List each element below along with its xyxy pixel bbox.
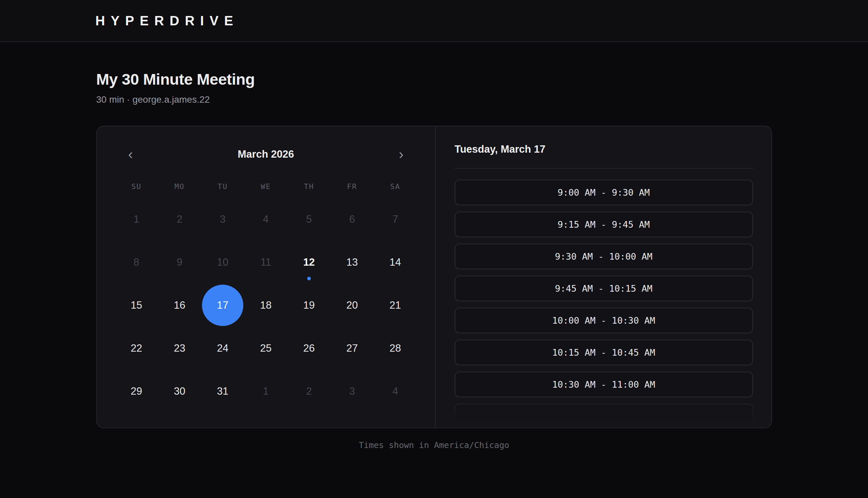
calendar-day-19[interactable]: 19 xyxy=(287,284,330,327)
calendar-day-20[interactable]: 20 xyxy=(331,284,374,327)
time-slot-button[interactable]: 9:15 AM - 9:45 AM xyxy=(455,212,753,237)
day-number: 3 xyxy=(349,385,355,397)
day-number: 10 xyxy=(217,256,228,268)
booking-page: My 30 Minute Meeting 30 min · george.a.j… xyxy=(96,70,772,450)
weekday-label: SU xyxy=(115,178,158,195)
top-bar: HYPERDRIVE xyxy=(0,0,868,42)
brand-logo: HYPERDRIVE xyxy=(95,13,239,28)
calendar-day-31[interactable]: 31 xyxy=(201,370,244,413)
page-title: My 30 Minute Meeting xyxy=(96,70,772,88)
day-number: 18 xyxy=(260,299,271,311)
calendar-day-7: 7 xyxy=(374,198,417,241)
selected-date-heading: Tuesday, March 17 xyxy=(455,143,753,156)
day-number: 28 xyxy=(390,342,401,354)
day-number: 23 xyxy=(174,342,185,354)
calendar-day-10: 10 xyxy=(201,241,244,284)
day-number: 7 xyxy=(392,213,398,225)
day-number: 25 xyxy=(260,342,271,354)
selected-day-circle: 17 xyxy=(202,285,243,326)
booking-card: ‹ March 2026 › SUMOTUWETHFRSA 1234567891… xyxy=(96,126,772,428)
next-month-button[interactable]: › xyxy=(395,146,407,163)
calendar-day-27[interactable]: 27 xyxy=(331,327,374,370)
calendar-day-14[interactable]: 14 xyxy=(374,241,417,284)
day-number: 12 xyxy=(303,256,315,268)
day-number: 15 xyxy=(131,299,142,311)
month-label: March 2026 xyxy=(238,148,294,160)
calendar-day-9: 9 xyxy=(158,241,201,284)
time-slot-button[interactable] xyxy=(455,404,753,428)
calendar-day-18[interactable]: 18 xyxy=(244,284,287,327)
calendar-panel: ‹ March 2026 › SUMOTUWETHFRSA 1234567891… xyxy=(97,126,435,428)
day-number: 30 xyxy=(174,385,185,397)
time-slot-button[interactable]: 9:45 AM - 10:15 AM xyxy=(455,276,753,301)
day-number: 29 xyxy=(131,385,142,397)
availability-dot xyxy=(307,277,311,280)
calendar-day-16[interactable]: 16 xyxy=(158,284,201,327)
day-number: 31 xyxy=(217,385,228,397)
weekday-label: TU xyxy=(201,178,244,195)
calendar-day-25[interactable]: 25 xyxy=(244,327,287,370)
time-slot-button[interactable]: 10:00 AM - 10:30 AM xyxy=(455,308,753,333)
calendar-day-13[interactable]: 13 xyxy=(331,241,374,284)
weekday-label: FR xyxy=(331,178,374,195)
time-slot-button[interactable]: 9:00 AM - 9:30 AM xyxy=(455,180,753,205)
calendar-day-21[interactable]: 21 xyxy=(374,284,417,327)
day-number: 6 xyxy=(349,213,355,225)
calendar-day-4: 4 xyxy=(374,370,417,413)
day-number: 16 xyxy=(174,299,185,311)
timezone-note: Times shown in America/Chicago xyxy=(96,440,772,450)
day-number: 11 xyxy=(260,256,271,268)
day-number: 24 xyxy=(217,342,228,354)
calendar-day-22[interactable]: 22 xyxy=(115,327,158,370)
calendar-day-5: 5 xyxy=(287,198,330,241)
day-number: 9 xyxy=(177,256,182,268)
calendar-day-4: 4 xyxy=(244,198,287,241)
calendar-grid: 1234567891011121314151617181920212223242… xyxy=(115,198,417,413)
time-slot-button[interactable]: 10:15 AM - 10:45 AM xyxy=(455,340,753,365)
calendar-day-3: 3 xyxy=(331,370,374,413)
time-slots-panel: Tuesday, March 17 9:00 AM - 9:30 AM9:15 … xyxy=(435,126,771,428)
day-number: 8 xyxy=(134,256,139,268)
day-number: 4 xyxy=(263,213,269,225)
calendar-day-30[interactable]: 30 xyxy=(158,370,201,413)
calendar-day-24[interactable]: 24 xyxy=(201,327,244,370)
calendar-day-1: 1 xyxy=(115,198,158,241)
calendar-day-2: 2 xyxy=(158,198,201,241)
day-number: 20 xyxy=(346,299,358,311)
weekday-header-row: SUMOTUWETHFRSA xyxy=(115,178,417,195)
day-number: 22 xyxy=(131,342,142,354)
day-number: 4 xyxy=(392,385,398,397)
selected-date-header: Tuesday, March 17 xyxy=(455,143,753,169)
day-number: 19 xyxy=(303,299,315,311)
calendar-day-23[interactable]: 23 xyxy=(158,327,201,370)
day-number: 26 xyxy=(303,342,315,354)
weekday-label: TH xyxy=(287,178,330,195)
calendar-day-11: 11 xyxy=(244,241,287,284)
day-number: 27 xyxy=(346,342,358,354)
calendar-day-29[interactable]: 29 xyxy=(115,370,158,413)
calendar-day-6: 6 xyxy=(331,198,374,241)
day-number: 21 xyxy=(390,299,401,311)
day-number: 2 xyxy=(306,385,312,397)
day-number: 1 xyxy=(263,385,269,397)
calendar-day-15[interactable]: 15 xyxy=(115,284,158,327)
prev-month-button[interactable]: ‹ xyxy=(125,146,136,163)
calendar-day-17[interactable]: 17 xyxy=(201,284,244,327)
day-number: 14 xyxy=(390,256,401,268)
calendar-day-3: 3 xyxy=(201,198,244,241)
calendar-day-8: 8 xyxy=(115,241,158,284)
calendar-day-12[interactable]: 12 xyxy=(287,241,330,284)
calendar-nav: ‹ March 2026 › xyxy=(115,144,417,165)
day-number: 5 xyxy=(306,213,312,225)
time-slot-button[interactable]: 9:30 AM - 10:00 AM xyxy=(455,244,753,269)
weekday-label: WE xyxy=(244,178,287,195)
weekday-label: SA xyxy=(374,178,417,195)
chevron-right-icon: › xyxy=(399,146,403,162)
weekday-label: MO xyxy=(158,178,201,195)
chevron-left-icon: ‹ xyxy=(128,146,133,162)
calendar-day-28[interactable]: 28 xyxy=(374,327,417,370)
calendar-day-26[interactable]: 26 xyxy=(287,327,330,370)
day-number: 2 xyxy=(177,213,182,225)
day-number: 3 xyxy=(220,213,225,225)
time-slot-button[interactable]: 10:30 AM - 11:00 AM xyxy=(455,372,753,397)
